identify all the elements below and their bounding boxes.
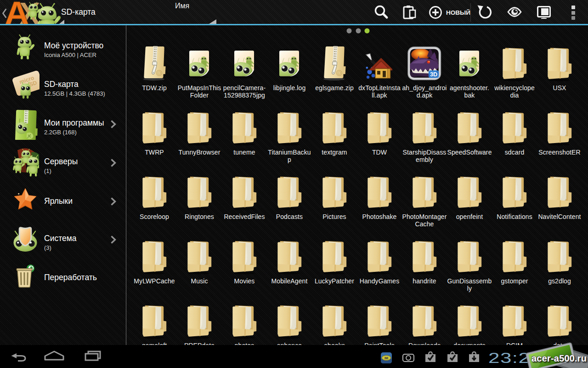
svg-text:IM: IM [384,356,388,360]
svg-text:A: A [6,0,29,24]
